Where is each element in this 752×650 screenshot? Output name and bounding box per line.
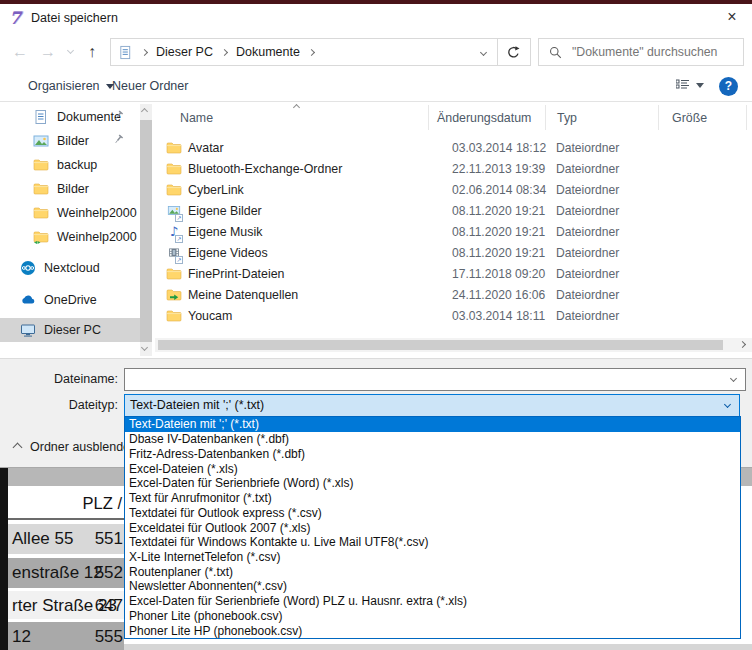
sidebar-item-bilder-folder[interactable]: Bilder (0, 178, 140, 200)
address-dropdown-chevron-icon[interactable] (480, 48, 487, 55)
documents-icon (118, 45, 133, 60)
filetype-dropdown-list: Text-Dateien mit ';' (*.txt) Dbase IV-Da… (124, 416, 741, 639)
filename-label: Dateiname: (0, 372, 118, 386)
sidebar-item-bilder-pinned[interactable]: Bilder (0, 130, 140, 152)
file-type: Dateiordner (556, 183, 619, 197)
filelist-horizontal-scrollbar[interactable] (155, 338, 752, 352)
filetype-option[interactable]: X-Lite InternetTelefon (*.csv) (125, 550, 740, 565)
sidebar-item-backup[interactable]: backup (0, 154, 140, 176)
street-cell: Allee 55 (12, 529, 73, 549)
breadcrumb-chevron-icon[interactable] (221, 48, 228, 55)
background-window-edge (0, 468, 8, 650)
street-cell: 12 (12, 627, 31, 647)
column-header-date[interactable]: Änderungsdatum (437, 111, 531, 125)
hscrollbar-thumb[interactable] (158, 340, 723, 350)
sidebar-item-label: OneDrive (44, 293, 97, 307)
back-icon[interactable]: ← (12, 32, 28, 72)
breadcrumb-dieser-pc[interactable]: Dieser PC (156, 45, 213, 59)
file-name: Eigene Videos (188, 246, 268, 260)
sidebar-item-dieser-pc[interactable]: Dieser PC (0, 318, 140, 342)
file-row[interactable]: ↗ Eigene Bilder 08.11.2020 19:21 Dateior… (155, 201, 752, 222)
forward-icon[interactable]: → (40, 32, 56, 72)
filetype-dropdown-chevron-icon[interactable] (724, 401, 731, 408)
filetype-option[interactable]: Phoner Lite (phonebook.csv) (125, 609, 740, 624)
refresh-button[interactable] (497, 38, 531, 66)
filetype-option[interactable]: Excel-Dateien (*.xls) (125, 461, 740, 476)
column-header-row: Name Änderungsdatum Typ Größe (155, 102, 752, 133)
filetype-option[interactable]: Excel-Daten für Serienbriefe (Word) PLZ … (125, 594, 740, 609)
sidebar-scrollbar[interactable] (140, 104, 152, 356)
hide-folders-button[interactable]: Ordner ausblenden (14, 440, 137, 454)
filetype-option[interactable]: Text-Dateien mit ';' (*.txt) (125, 417, 740, 432)
filename-dropdown-chevron-icon[interactable] (730, 375, 737, 382)
up-icon[interactable]: ↑ (88, 32, 96, 72)
street-cell: enstraße 12 (12, 563, 103, 583)
filetype-option[interactable]: Text für Anrufmonitor (*.txt) (125, 491, 740, 506)
close-button[interactable]: × (720, 4, 744, 32)
file-row[interactable]: FinePrint-Dateien 17.11.2018 09:20 Datei… (155, 264, 752, 285)
sidebar-item-label: Bilder (57, 134, 89, 148)
column-header-name[interactable]: Name (180, 111, 213, 125)
file-name: Eigene Musik (188, 225, 262, 239)
column-header-type[interactable]: Typ (557, 111, 577, 125)
folder-icon (33, 181, 49, 197)
history-chevron-icon[interactable] (67, 47, 74, 54)
file-row[interactable]: CyberLink 02.06.2014 08:34 Dateiordner (155, 180, 752, 201)
pin-icon (112, 134, 124, 146)
sidebar-item-weinhelp2000-sync[interactable]: Weinhelp2000 (0, 226, 140, 248)
new-folder-button[interactable]: Neuer Ordner (112, 72, 188, 101)
sidebar-item-weinhelp2000[interactable]: Weinhelp2000 (0, 202, 140, 224)
filetype-combobox[interactable]: Text-Dateien mit ';' (*.txt) (124, 394, 740, 417)
file-row[interactable]: Bluetooth-Exchange-Ordner 22.11.2013 19:… (155, 159, 752, 180)
background-table-row[interactable]: Allee 55 551 (8, 524, 124, 554)
file-type: Dateiordner (556, 225, 619, 239)
filetype-option[interactable]: Exceldatei für Outlook 2007 (*.xls) (125, 520, 740, 535)
column-header-size[interactable]: Größe (672, 111, 707, 125)
file-type: Dateiordner (556, 267, 619, 281)
breadcrumb-chevron-icon[interactable] (308, 48, 315, 55)
filetype-label: Dateityp: (0, 398, 118, 412)
filetype-selected-value: Text-Dateien mit ';' (*.txt) (130, 398, 264, 412)
filetype-option[interactable]: Fritz-Adress-Datenbanken (*.dbf) (125, 446, 740, 461)
save-file-dialog: 7 Datei speichern × ← → ↑ Dieser PC Doku… (0, 0, 752, 650)
filetype-option[interactable]: Newsletter Abonnenten(*.csv) (125, 579, 740, 594)
file-row[interactable]: Avatar 03.03.2014 18:12 Dateiordner (155, 138, 752, 159)
organize-label: Organisieren (28, 79, 100, 93)
search-input[interactable] (570, 44, 739, 60)
breadcrumb-chevron-icon[interactable] (141, 48, 148, 55)
file-row[interactable]: Meine Datenquellen 24.11.2020 16:06 Date… (155, 285, 752, 306)
file-row[interactable]: ↗ Eigene Videos 08.11.2020 19:21 Dateior… (155, 243, 752, 264)
sidebar-scrollbar-thumb[interactable] (140, 120, 152, 342)
sidebar-item-label: Bilder (57, 182, 89, 196)
filetype-option[interactable]: Textdatei für Windows Kontakte u. Live M… (125, 535, 740, 550)
file-row[interactable]: Youcam 03.03.2014 18:11 Dateiordner (155, 306, 752, 327)
view-options-button[interactable] (676, 79, 704, 92)
file-name: Meine Datenquellen (188, 288, 298, 302)
background-table-row[interactable]: enstraße 12 552 (8, 558, 124, 588)
filetype-option[interactable]: Dbase IV-Datenbanken (*.dbf) (125, 432, 740, 447)
sidebar-item-label: Nextcloud (44, 261, 100, 275)
background-table-row[interactable]: rter Straße 23 647 (8, 591, 124, 619)
file-date: 02.06.2014 08:34 (452, 183, 546, 197)
filetype-option[interactable]: Phoner Lite HP (phonebook.csv) (125, 623, 740, 638)
filename-input[interactable] (129, 370, 719, 389)
onedrive-icon (20, 292, 36, 308)
filetype-option[interactable]: Routenplaner (*.txt) (125, 564, 740, 579)
breadcrumb-dokumente[interactable]: Dokumente (236, 45, 300, 59)
filetype-option[interactable]: Excel-Daten für Serienbriefe (Word) (*.x… (125, 476, 740, 491)
folder-icon (166, 266, 182, 282)
organize-button[interactable]: Organisieren (28, 72, 114, 101)
help-button[interactable]: ? (719, 77, 738, 96)
filetype-option[interactable]: Textdatei für Outlook express (*.csv) (125, 505, 740, 520)
file-type: Dateiordner (556, 288, 619, 302)
background-table-row[interactable]: 12 555 (8, 622, 124, 650)
address-bar[interactable]: Dieser PC Dokumente (110, 38, 498, 66)
sidebar-item-dokumente[interactable]: Dokumente (0, 106, 140, 128)
sidebar-item-nextcloud[interactable]: Nextcloud (0, 257, 140, 279)
command-bar: Organisieren Neuer Ordner ? (0, 72, 752, 102)
scroll-right-icon[interactable] (739, 341, 746, 348)
sidebar-item-onedrive[interactable]: OneDrive (0, 289, 140, 311)
music-shortcut-icon: ♪↗ (166, 224, 182, 240)
background-header-rule (8, 518, 124, 520)
file-row[interactable]: ♪↗ Eigene Musik 08.11.2020 19:21 Dateior… (155, 222, 752, 243)
